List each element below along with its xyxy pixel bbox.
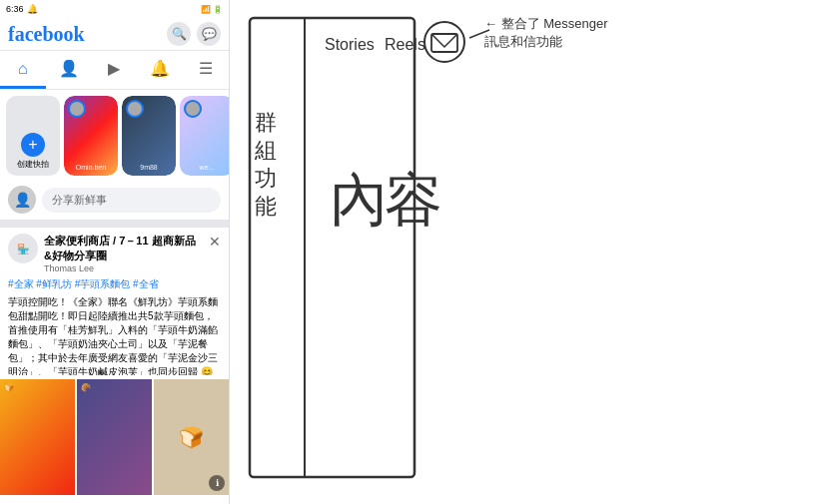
story-create-icon: + xyxy=(21,133,45,157)
group-feature-char4: 能 xyxy=(255,194,277,219)
messenger-button[interactable]: 💬 xyxy=(197,22,221,46)
svg-rect-3 xyxy=(431,34,457,52)
tab-profile[interactable]: 👤 xyxy=(46,51,92,89)
post-images: 🍞 🥐 🍞 ℹ xyxy=(0,375,229,495)
post-card: 🏪 全家便利商店 / 7－11 超商新品&好物分享圈 Thomas Lee ✕ … xyxy=(0,228,229,504)
svg-rect-0 xyxy=(250,18,414,477)
story-avatar-2 xyxy=(126,100,144,118)
header-icons: 🔍 💬 xyxy=(167,22,221,46)
stories-label: Stories xyxy=(325,36,375,53)
tab-home[interactable]: ⌂ xyxy=(0,51,46,89)
status-icons: 📶 🔋 xyxy=(201,5,223,14)
content-char2: 容 xyxy=(385,167,442,232)
post-image-2: 🥐 xyxy=(77,379,152,495)
story-create[interactable]: + 创建快拍 xyxy=(6,96,60,176)
story-item-2[interactable]: 9m88 xyxy=(122,96,176,176)
annotation-messenger-line1: ← 整合了 Messenger xyxy=(484,16,608,31)
post-header: 🏪 全家便利商店 / 7－11 超商新品&好物分享圈 Thomas Lee ✕ xyxy=(0,228,229,277)
whiteboard: Stories Reels ← 整合了 Messenger 訊息和信功能 群 組… xyxy=(230,0,819,504)
status-bar: 6:36 🔔 📶 🔋 xyxy=(0,0,229,18)
story-item-1[interactable]: Omio.ben xyxy=(64,96,118,176)
post-close-button[interactable]: ✕ xyxy=(209,234,221,250)
phone-mockup: 6:36 🔔 📶 🔋 facebook 🔍 💬 ⌂ 👤 ▶ 🔔 ☰ + xyxy=(0,0,230,504)
tab-menu[interactable]: ☰ xyxy=(183,51,229,89)
post-meta: 全家便利商店 / 7－11 超商新品&好物分享圈 Thomas Lee xyxy=(44,234,203,273)
tab-notifications[interactable]: 🔔 xyxy=(137,51,183,89)
post-text: 芋頭控開吃！《全家》聯名《鮮乳坊》芋頭系麵包甜點開吃！即日起陸續推出共5款芋頭麵… xyxy=(0,295,229,375)
post-image-3: 🍞 ℹ xyxy=(154,379,229,495)
facebook-header: facebook 🔍 💬 xyxy=(0,18,229,51)
facebook-logo: facebook xyxy=(8,23,85,46)
share-bar: 👤 分享新鲜事 xyxy=(0,180,229,228)
post-actions: ✕ xyxy=(209,234,221,250)
whiteboard-sketch: Stories Reels ← 整合了 Messenger 訊息和信功能 群 組… xyxy=(230,0,819,504)
content-char1: 內 xyxy=(330,167,388,232)
annotation-messenger-line2: 訊息和信功能 xyxy=(484,34,562,49)
post-author-name: 全家便利商店 / 7－11 超商新品&好物分享圈 xyxy=(44,234,203,263)
story-create-label: 创建快拍 xyxy=(17,161,49,170)
group-feature-char2: 組 xyxy=(254,138,277,163)
post-author-subtitle: Thomas Lee xyxy=(44,263,203,273)
user-avatar: 👤 xyxy=(8,186,36,214)
stories-row: + 创建快拍 Omio.ben 9m88 we... xyxy=(0,90,229,180)
story-name-2: 9m88 xyxy=(122,164,176,172)
svg-point-2 xyxy=(424,22,464,62)
group-feature-char1: 群 xyxy=(255,110,277,135)
post-image-1: 🍞 xyxy=(0,379,75,495)
search-button[interactable]: 🔍 xyxy=(167,22,191,46)
post-author-avatar: 🏪 xyxy=(8,234,38,263)
post-tags: #全家 #鲜乳坊 #芋頭系麵包 #全省 xyxy=(0,277,229,295)
story-item-3[interactable]: we... xyxy=(180,96,229,176)
reels-label: Reels xyxy=(385,36,425,53)
tab-video[interactable]: ▶ xyxy=(92,51,138,89)
share-input[interactable]: 分享新鲜事 xyxy=(42,188,221,213)
story-avatar-3 xyxy=(184,100,202,118)
status-time: 6:36 🔔 xyxy=(6,4,38,14)
nav-tabs: ⌂ 👤 ▶ 🔔 ☰ xyxy=(0,51,229,90)
story-name-3: we... xyxy=(180,164,229,172)
story-name-1: Omio.ben xyxy=(64,164,118,172)
search-icon: 🔍 xyxy=(172,27,187,41)
story-avatar-1 xyxy=(68,100,86,118)
messenger-icon: 💬 xyxy=(202,27,217,41)
post-image-info: ℹ xyxy=(209,475,225,491)
group-feature-char3: 功 xyxy=(255,166,277,191)
